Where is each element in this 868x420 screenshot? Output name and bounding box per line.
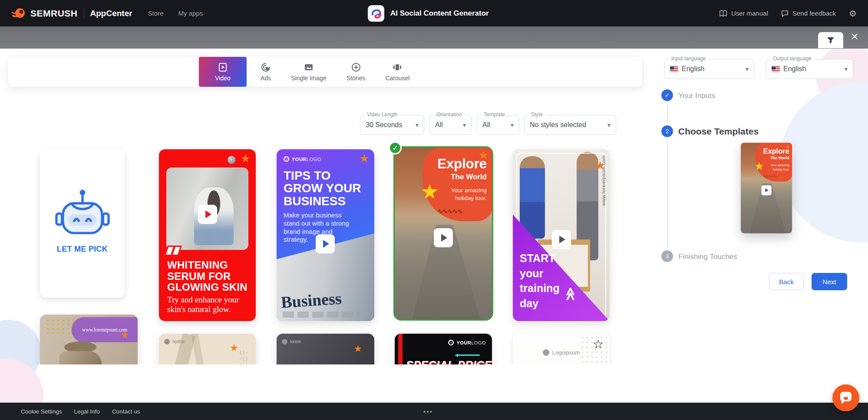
format-tab-bar: Video Ads Single Image (8, 57, 642, 87)
brand-divider (84, 8, 84, 19)
logo-dot-icon (282, 339, 287, 345)
robot-icon (53, 187, 112, 239)
footer-more-dots[interactable]: ••• (423, 408, 433, 415)
explore-card-body: ★ Explore The World ★ Your amazing holid… (395, 148, 492, 319)
template-card-hydrat[interactable]: hydrat ★ ⟨ ⟩ ◦◦ ⟨ ⟩⟨ ⟩ ◦◦ ⟨ ⟩ (159, 334, 256, 364)
template-select[interactable]: Template ... All▾ (477, 115, 519, 135)
step-3-number: 3 (661, 250, 673, 262)
semrush-brand[interactable]: SEMRUSH (11, 6, 78, 21)
template-card-special-price[interactable]: YOURLOGO SPECIAL PRICE (395, 334, 492, 364)
explore-tagline: Your amazing holiday tour. (438, 187, 487, 202)
brand-name: SEMRUSH (30, 8, 78, 19)
book-icon (719, 10, 727, 17)
app-logo-icon (368, 5, 384, 22)
app-header: AI Social Content Generator (368, 0, 489, 26)
let-me-pick-card[interactable]: LET ME PICK (40, 149, 125, 298)
back-button[interactable]: Back (769, 273, 804, 290)
legal-info-link[interactable]: Legal Info (74, 408, 100, 415)
output-language-select[interactable]: Output language English▾ (766, 59, 853, 79)
template-card-business[interactable]: YOURLOGO ★ TIPS TO GROW YOUR BUSINESS Ma… (277, 149, 374, 321)
yellow-star-icon: ★ (421, 181, 439, 201)
favorite-star-icon[interactable]: ★ (359, 152, 369, 165)
template-card-serum[interactable]: ★ WHITENING SERUM FOR GLOWING SKIN Try a… (159, 149, 256, 321)
app-title: AI Social Content Generator (390, 9, 489, 18)
play-icon (552, 230, 571, 249)
hydrat-logo: hydrat (164, 339, 185, 345)
chevron-down-icon: ▾ (463, 121, 466, 128)
stories-plus-icon (351, 62, 361, 72)
template-card-training[interactable]: ★ www.loremipsum.com START your training… (513, 149, 610, 321)
video-icon (218, 62, 228, 72)
step-2-number: 2 (661, 125, 673, 137)
newspaper-headline: Business (281, 289, 342, 312)
template-card-logoipsum[interactable]: ☆ Logoipsum (513, 334, 610, 364)
carousel-icon (392, 62, 403, 72)
input-language-select[interactable]: Input language English▾ (664, 59, 754, 79)
tab-video[interactable]: Video (199, 57, 247, 87)
video-length-label: Video Length (365, 112, 400, 118)
user-manual-link[interactable]: User manual (719, 10, 768, 17)
play-icon (316, 234, 335, 253)
tab-single-image[interactable]: Single Image (285, 57, 333, 87)
template-card-explore-selected[interactable]: ✓ ★ Explore The World ★ Your amazing hol… (393, 146, 493, 321)
template-card-travel-hat[interactable]: www.loremipsum.com ★ (40, 315, 138, 364)
tab-ads[interactable]: Ads (254, 57, 277, 87)
logo-dot-icon (164, 339, 170, 345)
favorite-star-icon: ★ (785, 143, 790, 150)
top-nav: Store My apps (148, 10, 203, 17)
tab-stories[interactable]: Stories (340, 57, 372, 87)
video-length-select[interactable]: Video Length 30 Seconds▾ (360, 115, 424, 135)
favorite-star-icon[interactable]: ★ (479, 148, 488, 162)
filter-button[interactable] (818, 32, 843, 48)
favorite-star-icon[interactable]: ★ (120, 329, 129, 341)
favorite-star-icon[interactable]: ★ (353, 343, 362, 354)
chat-bubble-icon (840, 392, 851, 401)
style-label: Style (529, 112, 545, 118)
template-card-dark[interactable]: lorem ★ (277, 334, 374, 364)
orientation-select[interactable]: Orientation All▾ (429, 115, 472, 135)
logo-dot-icon (543, 349, 549, 356)
play-icon (434, 228, 453, 247)
logo-dot-icon (448, 340, 454, 345)
red-stripe (398, 334, 403, 364)
settings-gear-icon[interactable]: ⚙ (849, 8, 857, 19)
top-bar: SEMRUSH AppCenter Store My apps AI Socia… (0, 0, 868, 26)
chevron-down-icon: ▾ (511, 121, 514, 128)
chat-fab-button[interactable] (832, 384, 859, 411)
training-title: START your training day (520, 251, 560, 311)
send-feedback-link[interactable]: Send feedback (781, 10, 836, 17)
play-icon (761, 185, 771, 195)
style-select[interactable]: Style No styles selected▾ (524, 115, 616, 135)
logoipsum-logo: Logoipsum (513, 349, 610, 356)
chevron-down-icon: ▾ (416, 121, 419, 128)
tab-carousel[interactable]: Carousel (379, 57, 416, 87)
step-3-label: Finishing Touches (678, 253, 737, 261)
cookie-settings-link[interactable]: Cookie Settings (21, 408, 62, 415)
output-language-label: Output language (771, 56, 814, 62)
nav-my-apps[interactable]: My apps (178, 10, 203, 17)
top-bar-actions: User manual Send feedback ⚙ (719, 8, 857, 19)
let-me-pick-label: LET ME PICK (57, 245, 108, 254)
app-window: SEMRUSH AppCenter Store My apps AI Socia… (0, 0, 868, 420)
favorite-star-icon[interactable]: ★ (230, 342, 238, 354)
brand-logo-placeholder (228, 156, 236, 164)
step-1-label: Your Inputs (678, 92, 715, 100)
training-url: www.loremipsum.com (601, 155, 606, 206)
chevron-down-icon: ▾ (607, 121, 611, 128)
close-modal-icon[interactable]: × (847, 29, 862, 44)
nav-store[interactable]: Store (148, 10, 164, 17)
next-button[interactable]: Next (812, 273, 847, 290)
your-logo: YOURLOGO (448, 340, 486, 345)
explore-subtitle: The World (451, 173, 487, 181)
template-picker-modal: Video Ads Single Image (0, 49, 868, 403)
favorite-star-icon[interactable]: ★ (241, 152, 251, 165)
template-label: Template ... (482, 112, 513, 118)
yellow-star-icon: ★ (755, 161, 764, 171)
contact-us-link[interactable]: Contact us (112, 408, 140, 415)
feedback-bubble-icon (781, 10, 789, 17)
selected-check-icon: ✓ (389, 141, 402, 154)
serum-title: WHITENING SERUM FOR GLOWING SKIN (167, 259, 250, 293)
selected-template-thumbnail: ★ Explore The World ★ Your amazing holid… (741, 143, 792, 233)
step-connector (667, 140, 668, 248)
funnel-icon (826, 36, 835, 44)
